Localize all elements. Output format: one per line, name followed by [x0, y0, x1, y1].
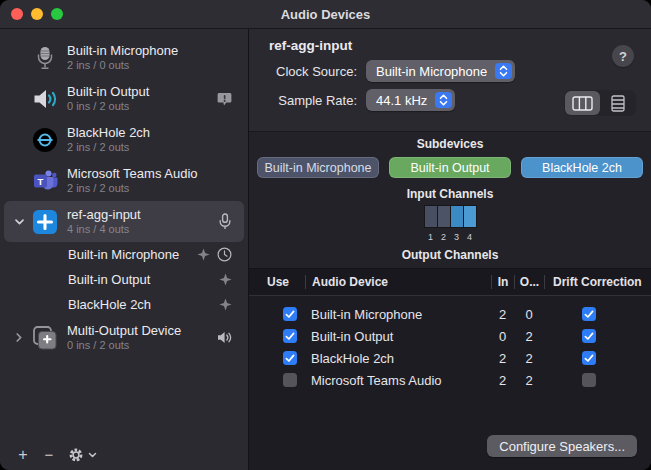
close-button[interactable]	[11, 8, 23, 20]
minimize-button[interactable]	[31, 8, 43, 20]
sidebar-subitem-built-in-output[interactable]: Built-in Output	[4, 267, 244, 292]
subdevice-button-built-in-microphone[interactable]: Built-in Microphone	[257, 157, 379, 178]
use-checkbox[interactable]	[283, 351, 297, 365]
use-checkbox[interactable]	[283, 373, 297, 387]
detail-header: ref-agg-input ? Clock Source: Built-in M…	[249, 29, 651, 131]
sidebar-subitem-built-in-microphone[interactable]: Built-in Microphone	[4, 242, 244, 267]
channel-2-block	[438, 206, 450, 227]
sample-rate-value: 44.1 kHz	[376, 93, 427, 108]
row-out-count: 2	[514, 351, 544, 366]
table-row-built-in-output[interactable]: Built-in Output02	[249, 325, 651, 347]
drift-correction-checkbox[interactable]	[582, 351, 596, 365]
row-device-name: BlackHole 2ch	[305, 351, 491, 366]
channel-4-block	[464, 206, 476, 227]
device-subtitle: 2 ins / 2 outs	[67, 182, 198, 196]
table-body: Built-in Microphone20Built-in Output02Bl…	[249, 296, 651, 391]
zoom-button[interactable]	[51, 8, 63, 20]
gear-icon	[68, 447, 84, 463]
col-header-audio-device[interactable]: Audio Device	[305, 275, 491, 289]
drift-correction-checkbox[interactable]	[582, 329, 596, 343]
clock-icon	[217, 247, 232, 262]
popup-stepper-icon	[435, 92, 452, 108]
device-label: Microsoft Teams Audio	[67, 166, 198, 182]
subdevice-button-built-in-output[interactable]: Built-in Output	[389, 157, 511, 178]
device-list: Built-in Microphone2 ins / 0 outsBuilt-i…	[0, 29, 248, 358]
row-device-name: Built-in Output	[305, 329, 491, 344]
input-channel-meter	[424, 205, 477, 228]
sample-rate-popup[interactable]: 44.1 kHz	[366, 89, 455, 111]
configure-speakers-button[interactable]: Configure Speakers...	[487, 435, 637, 457]
device-label: Built-in Microphone	[68, 247, 179, 262]
list-view-button[interactable]	[600, 91, 635, 115]
traffic-lights	[11, 8, 63, 20]
device-subtitle: 2 ins / 2 outs	[67, 141, 150, 155]
channel-numbers: 1234	[249, 232, 651, 242]
subdevice-buttons: Built-in MicrophoneBuilt-in OutputBlackH…	[249, 157, 651, 178]
teams-device-icon: T	[32, 168, 58, 194]
view-mode-segmented-control	[564, 90, 636, 116]
actions-menu-button[interactable]	[68, 447, 97, 463]
output-channels-title: Output Channels	[249, 249, 651, 262]
spark-icon	[219, 298, 232, 311]
sidebar-item-multi-output-device[interactable]: Multi-Output Device0 ins / 2 outs	[4, 317, 244, 358]
subdevice-button-blackhole-2ch[interactable]: BlackHole 2ch	[521, 157, 643, 178]
sidebar-item-built-in-microphone[interactable]: Built-in Microphone2 ins / 0 outs	[4, 37, 244, 78]
col-header-out[interactable]: O...	[514, 275, 544, 289]
device-sidebar: Built-in Microphone2 ins / 0 outsBuilt-i…	[0, 29, 249, 470]
columns-icon	[572, 96, 593, 111]
table-row-blackhole-2ch[interactable]: BlackHole 2ch22	[249, 347, 651, 369]
clock-source-label: Clock Source:	[269, 64, 357, 79]
channel-3-number: 3	[451, 232, 463, 242]
clock-source-popup[interactable]: Built-in Microphone	[366, 60, 515, 82]
device-subtitle: 4 ins / 4 outs	[67, 223, 141, 237]
channel-3-block	[451, 206, 463, 227]
blackhole-device-icon	[32, 127, 58, 153]
speaker-small-icon	[217, 331, 232, 344]
use-checkbox[interactable]	[283, 307, 297, 321]
sidebar-item-built-in-output[interactable]: Built-in Output0 ins / 2 outs	[4, 78, 244, 119]
device-label: Multi-Output Device	[67, 323, 181, 339]
use-checkbox[interactable]	[283, 329, 297, 343]
subdevice-table-section: Use Audio Device In O... Drift Correctio…	[249, 268, 651, 470]
sidebar-item-microsoft-teams-audio[interactable]: TMicrosoft Teams Audio2 ins / 2 outs	[4, 160, 244, 201]
svg-text:T: T	[38, 175, 44, 186]
page-title: ref-agg-input	[269, 38, 651, 53]
multi-output-device-icon	[32, 325, 58, 351]
col-header-drift-correction[interactable]: Drift Correction	[544, 275, 651, 289]
channel-1-number: 1	[425, 232, 437, 242]
column-view-button[interactable]	[565, 91, 600, 115]
device-label: Built-in Microphone	[67, 43, 178, 59]
device-label: Built-in Output	[67, 84, 149, 100]
alert-bubble-icon	[217, 92, 232, 106]
row-out-count: 2	[514, 373, 544, 388]
disclosure-down-icon[interactable]	[14, 217, 32, 227]
table-row-microsoft-teams-audio[interactable]: Microsoft Teams Audio22	[249, 369, 651, 391]
disclosure-right-icon[interactable]	[14, 332, 32, 343]
col-header-in[interactable]: In	[491, 275, 514, 289]
drift-correction-checkbox[interactable]	[582, 373, 596, 387]
row-in-count: 0	[491, 329, 514, 344]
add-device-button[interactable]: +	[10, 447, 36, 463]
help-button[interactable]: ?	[612, 45, 634, 67]
sidebar-subitem-blackhole-2ch[interactable]: BlackHole 2ch	[4, 292, 244, 317]
chevron-down-icon	[88, 451, 97, 459]
microphone-input-icon	[218, 213, 232, 230]
microphone-device-icon	[32, 45, 58, 71]
sidebar-item-ref-agg-input[interactable]: ref-agg-input4 ins / 4 outs	[4, 201, 244, 242]
subdevices-title: Subdevices	[249, 138, 651, 151]
sidebar-item-blackhole-2ch[interactable]: BlackHole 2ch2 ins / 2 outs	[4, 119, 244, 160]
device-label: Built-in Output	[68, 272, 150, 287]
channel-2-number: 2	[438, 232, 450, 242]
speaker-device-icon	[32, 86, 58, 112]
sample-rate-label: Sample Rate:	[269, 93, 357, 108]
rows-icon	[611, 95, 625, 112]
col-header-use[interactable]: Use	[267, 275, 305, 289]
spark-icon	[197, 248, 210, 261]
row-in-count: 2	[491, 307, 514, 322]
table-row-built-in-microphone[interactable]: Built-in Microphone20	[249, 303, 651, 325]
row-device-name: Microsoft Teams Audio	[305, 373, 491, 388]
device-label: ref-agg-input	[67, 207, 141, 223]
remove-device-button[interactable]: −	[36, 447, 62, 463]
device-subtitle: 2 ins / 0 outs	[67, 59, 178, 73]
drift-correction-checkbox[interactable]	[582, 307, 596, 321]
